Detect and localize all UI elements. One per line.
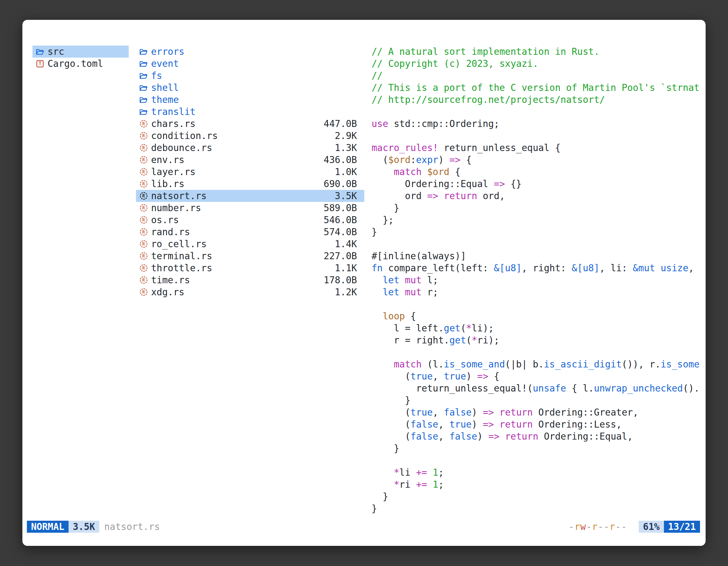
entry-name: number.rs xyxy=(151,203,201,213)
code-line: loop { xyxy=(372,310,700,322)
file-row[interactable]: Rthrottle.rs1.1K xyxy=(136,262,364,274)
code-line: (false, true) => return Ordering::Less, xyxy=(372,418,700,430)
entry-name: condition.rs xyxy=(151,130,218,141)
code-line: macro_rules! return_unless_equal { xyxy=(372,142,700,154)
rust-icon: R xyxy=(139,288,148,296)
file-row[interactable]: Rchars.rs447.0B xyxy=(136,118,364,130)
entry-name: natsort.rs xyxy=(151,191,207,201)
entry-name: theme xyxy=(151,94,179,105)
file-row[interactable]: Rnatsort.rs3.5K xyxy=(136,190,364,202)
file-row[interactable]: Ros.rs546.0B xyxy=(136,214,364,226)
entry-size: 1.1K xyxy=(335,263,357,274)
status-bar: NORMAL 3.5K natsort.rs -rw-r--r-- 61% 13… xyxy=(27,521,700,533)
rust-icon: R xyxy=(139,192,148,200)
rust-icon: R xyxy=(139,240,148,248)
entry-name: shell xyxy=(151,82,179,93)
entry-name: src xyxy=(48,46,64,57)
code-line xyxy=(372,106,700,118)
file-row[interactable]: Rxdg.rs1.2K xyxy=(136,286,364,298)
folder-row[interactable]: errors xyxy=(136,46,364,58)
preview-pane: // A natural sort implementation in Rust… xyxy=(372,46,700,521)
code-line: // xyxy=(372,70,700,82)
code-line: } xyxy=(372,394,700,406)
code-line: } xyxy=(372,226,700,238)
entry-name: translit xyxy=(151,106,196,117)
entry-name: terminal.rs xyxy=(151,251,212,262)
rust-icon: R xyxy=(139,156,148,164)
entry-size: 589.0B xyxy=(324,203,357,213)
code-line: // http://sourcefrog.net/projects/natsor… xyxy=(372,94,700,106)
code-line: *ri += 1; xyxy=(372,478,700,490)
code-line: let mut l; xyxy=(372,274,700,286)
folder-row[interactable]: translit xyxy=(136,106,364,118)
yazi-window: srcTCargo.toml errors event fs shell the… xyxy=(22,20,706,546)
entry-size: 1.4K xyxy=(335,239,357,250)
file-row[interactable]: TCargo.toml xyxy=(32,58,129,70)
code-line: (true, false) => return Ordering::Greate… xyxy=(372,406,700,418)
code-line: } xyxy=(372,442,700,454)
code-line xyxy=(372,298,700,310)
entry-size: 447.0B xyxy=(324,118,357,129)
rust-icon: R xyxy=(139,228,148,236)
file-row[interactable]: Rrand.rs574.0B xyxy=(136,226,364,238)
entry-name: lib.rs xyxy=(151,179,184,189)
rust-icon: R xyxy=(139,276,148,284)
scroll-percent-badge: 61% xyxy=(639,521,664,533)
rust-icon: R xyxy=(139,144,148,152)
cursor-position-badge: 13/21 xyxy=(664,521,700,533)
code-line xyxy=(372,238,700,250)
code-line: let mut r; xyxy=(372,286,700,298)
entry-size: 178.0B xyxy=(324,275,357,285)
file-row[interactable]: Rdebounce.rs1.3K xyxy=(136,142,364,154)
code-line xyxy=(372,454,700,466)
file-row[interactable]: Renv.rs436.0B xyxy=(136,154,364,166)
rust-icon: R xyxy=(139,168,148,176)
file-row[interactable]: Rcondition.rs2.9K xyxy=(136,130,364,142)
code-line: match (l.is_some_and(|b| b.is_ascii_digi… xyxy=(372,358,700,370)
rust-icon: R xyxy=(139,180,148,188)
folder-row[interactable]: event xyxy=(136,58,364,70)
code-line xyxy=(372,130,700,142)
file-row[interactable]: Rterminal.rs227.0B xyxy=(136,250,364,262)
code-line: match $ord { xyxy=(372,166,700,178)
code-line: #[inline(always)] xyxy=(372,250,700,262)
folder-open-icon xyxy=(139,48,148,55)
entry-size: 3.5K xyxy=(335,191,357,201)
rust-icon: R xyxy=(139,264,148,272)
code-line: (true, true) => { xyxy=(372,370,700,382)
file-row[interactable]: Rnumber.rs589.0B xyxy=(136,202,364,214)
entry-name: xdg.rs xyxy=(151,286,184,297)
folder-open-icon xyxy=(139,96,148,104)
code-line: }; xyxy=(372,214,700,226)
entry-size: 1.3K xyxy=(335,142,357,153)
file-row[interactable]: Rtime.rs178.0B xyxy=(136,274,364,286)
code-line xyxy=(372,346,700,358)
file-row[interactable]: Rlayer.rs1.0K xyxy=(136,166,364,178)
mode-badge: NORMAL xyxy=(27,521,69,533)
code-line: (false, false) => return Ordering::Equal… xyxy=(372,430,700,442)
code-line: r = right.get(*ri); xyxy=(372,334,700,346)
folder-open-icon xyxy=(139,72,148,79)
entry-name: event xyxy=(151,58,179,69)
folder-row[interactable]: shell xyxy=(136,82,364,94)
folder-row[interactable]: src xyxy=(32,46,129,58)
file-row[interactable]: Rro_cell.rs1.4K xyxy=(136,238,364,250)
folder-open-icon xyxy=(139,108,148,116)
code-line: } xyxy=(372,490,700,502)
entry-size: 690.0B xyxy=(324,179,357,189)
rust-icon: R xyxy=(139,252,148,260)
code-line: // A natural sort implementation in Rust… xyxy=(372,46,700,58)
folder-open-icon xyxy=(139,60,148,67)
file-row[interactable]: Rlib.rs690.0B xyxy=(136,178,364,190)
file-permissions: -rw-r--r-- xyxy=(569,521,627,532)
folder-row[interactable]: theme xyxy=(136,94,364,106)
entry-size: 574.0B xyxy=(324,227,357,238)
entry-size: 1.0K xyxy=(335,166,357,177)
code-line: *li += 1; xyxy=(372,466,700,478)
panes-container: srcTCargo.toml errors event fs shell the… xyxy=(22,20,706,521)
entry-name: rand.rs xyxy=(151,227,190,238)
entry-name: env.rs xyxy=(151,154,184,165)
folder-row[interactable]: fs xyxy=(136,70,364,82)
entry-name: layer.rs xyxy=(151,166,196,177)
entry-name: throttle.rs xyxy=(151,263,212,274)
